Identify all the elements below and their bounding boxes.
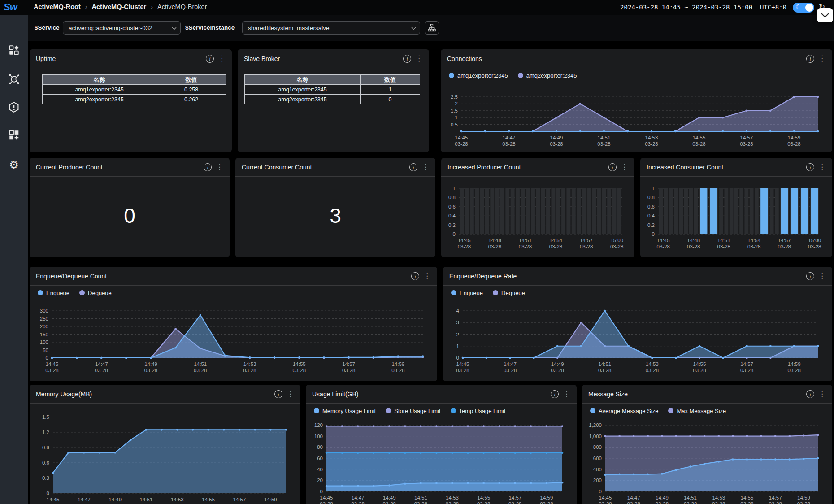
- svg-text:14:5303-28: 14:5303-28: [446, 495, 459, 504]
- svg-text:14:5403-28: 14:5403-28: [747, 238, 761, 249]
- svg-text:200: 200: [593, 478, 602, 483]
- svg-text:400: 400: [593, 467, 602, 472]
- kebab-menu-icon[interactable]: ⋮: [818, 389, 826, 399]
- info-icon[interactable]: i: [608, 163, 617, 171]
- kebab-menu-icon[interactable]: ⋮: [216, 162, 223, 172]
- legend-dot-icon: [38, 290, 43, 295]
- kebab-menu-icon[interactable]: ⋮: [621, 162, 628, 172]
- legend-label: Dequeue: [88, 290, 112, 296]
- table-cell: 0: [361, 95, 420, 104]
- svg-text:300: 300: [40, 308, 48, 313]
- svg-text:14:4503-28: 14:4503-28: [45, 361, 58, 373]
- breadcrumb-item[interactable]: ActiveMQ-Root: [34, 3, 81, 10]
- panel-increased-consumer-count: Increased Consumer Count i⋮ 10.80.60.40.…: [640, 158, 832, 257]
- kebab-menu-icon[interactable]: ⋮: [218, 54, 226, 63]
- kebab-menu-icon[interactable]: ⋮: [563, 389, 570, 399]
- breadcrumb: ActiveMQ-Root›ActiveMQ-Cluster›ActiveMQ-…: [34, 3, 207, 10]
- info-icon[interactable]: i: [409, 163, 417, 171]
- service-label: $Service: [35, 24, 60, 31]
- info-icon[interactable]: i: [806, 163, 814, 171]
- legend-item[interactable]: amq2exporter:2345: [518, 72, 577, 79]
- info-icon[interactable]: i: [411, 272, 419, 280]
- legend-item[interactable]: Memory Usage Limit: [314, 408, 376, 414]
- legend-item[interactable]: Enqueue: [38, 290, 70, 296]
- svg-text:14:5103-28: 14:5103-28: [598, 361, 611, 373]
- svg-text:14:5503-28: 14:5503-28: [202, 497, 215, 504]
- sidebar-item-settings[interactable]: ⚙: [7, 158, 21, 172]
- svg-text:2.5: 2.5: [451, 94, 458, 100]
- info-icon[interactable]: i: [806, 272, 814, 280]
- kebab-menu-icon[interactable]: ⋮: [818, 271, 826, 281]
- topology-view-button[interactable]: [425, 21, 439, 35]
- panel-title: Memory Usage(MB): [36, 391, 274, 398]
- info-icon[interactable]: i: [551, 390, 559, 398]
- breadcrumb-item[interactable]: ActiveMQ-Cluster: [92, 3, 147, 10]
- svg-text:14:5703-28: 14:5703-28: [233, 497, 246, 504]
- legend-item[interactable]: Average Message Size: [590, 408, 658, 414]
- svg-text:600: 600: [593, 456, 602, 461]
- chart-legend: EnqueueDequeue: [443, 286, 832, 296]
- info-icon[interactable]: i: [204, 163, 212, 171]
- svg-text:14:5103-28: 14:5103-28: [414, 495, 427, 504]
- legend-item[interactable]: Dequeue: [493, 290, 525, 296]
- uptime-table: 名称数值amq1exporter:23450.258amq2exporter:2…: [42, 74, 226, 104]
- svg-text:200: 200: [40, 324, 48, 329]
- sidebar-item-topology[interactable]: [7, 72, 21, 86]
- time-range-display[interactable]: 2024-03-28 14:45 ~ 2024-03-28 15:00 UTC+…: [620, 4, 786, 11]
- topology-icon: [8, 73, 20, 85]
- current-producer-value: 0: [30, 204, 230, 228]
- svg-text:14:5103-28: 14:5103-28: [597, 135, 610, 147]
- svg-text:14:5703-28: 14:5703-28: [769, 495, 782, 504]
- kebab-menu-icon[interactable]: ⋮: [818, 54, 826, 63]
- legend-item[interactable]: Dequeue: [79, 290, 112, 296]
- svg-text:14:5903-28: 14:5903-28: [391, 361, 404, 373]
- kebab-menu-icon[interactable]: ⋮: [415, 54, 423, 63]
- svg-text:14:5903-28: 14:5903-28: [264, 497, 277, 504]
- svg-text:14:5303-28: 14:5303-28: [171, 497, 184, 504]
- table-row: amq2exporter:23450.262: [43, 95, 226, 104]
- kebab-menu-icon[interactable]: ⋮: [421, 162, 429, 172]
- kebab-menu-icon[interactable]: ⋮: [423, 271, 431, 281]
- svg-text:14:4503-28: 14:4503-28: [455, 135, 468, 147]
- legend-dot-icon: [668, 408, 673, 413]
- info-icon[interactable]: i: [206, 55, 214, 63]
- info-icon[interactable]: i: [274, 390, 282, 398]
- legend-item[interactable]: Enqueue: [451, 290, 483, 296]
- legend-label: Store Usage Limit: [394, 408, 440, 414]
- service-instance-select[interactable]: sharedfilesystem_mastersalve: [242, 21, 420, 35]
- svg-text:14:5703-28: 14:5703-28: [342, 361, 355, 373]
- legend-dot-icon: [314, 408, 319, 413]
- enqueue-dequeue-count-chart-canvas: 05010015020025030014:4503-2814:4703-2814…: [30, 296, 430, 381]
- svg-text:1: 1: [455, 115, 458, 120]
- service-select[interactable]: activemq::activemq-cluster-032: [63, 21, 181, 35]
- sidebar-item-alerting[interactable]: [7, 100, 21, 114]
- collapse-header-button[interactable]: [817, 8, 833, 22]
- svg-text:14:4503-28: 14:4503-28: [458, 238, 471, 249]
- dark-mode-toggle[interactable]: ☾: [793, 3, 814, 13]
- info-icon[interactable]: i: [806, 55, 814, 63]
- kebab-menu-icon[interactable]: ⋮: [287, 389, 294, 399]
- svg-text:14:5303-28: 14:5303-28: [712, 495, 725, 504]
- legend-label: Memory Usage Limit: [322, 408, 376, 414]
- legend-dot-icon: [79, 290, 85, 295]
- info-icon[interactable]: i: [403, 55, 411, 63]
- legend-item[interactable]: Store Usage Limit: [386, 408, 440, 414]
- kebab-menu-icon[interactable]: ⋮: [818, 162, 826, 172]
- table-cell: amq1exporter:2345: [43, 85, 156, 95]
- svg-text:14:5503-28: 14:5503-28: [740, 495, 753, 504]
- sidebar-item-dashboards[interactable]: [7, 43, 21, 57]
- svg-text:0: 0: [456, 355, 459, 361]
- svg-text:15:0003-28: 15:0003-28: [610, 238, 623, 249]
- legend-item[interactable]: Temp Usage Limit: [451, 408, 506, 414]
- legend-label: amq1exporter:2345: [457, 72, 508, 79]
- panel-slave-broker: Slave Broker i⋮ 名称数值amq1exporter:23451am…: [238, 49, 429, 152]
- info-icon[interactable]: i: [806, 390, 814, 398]
- breadcrumb-item[interactable]: ActiveMQ-Broker: [157, 3, 207, 10]
- svg-text:0.2: 0.2: [647, 222, 655, 228]
- sidebar-item-new-dashboard[interactable]: [7, 128, 21, 142]
- legend-item[interactable]: Max Message Size: [668, 408, 726, 414]
- skywalking-logo[interactable]: Sw: [4, 1, 17, 13]
- panel-title: Slave Broker: [244, 55, 403, 62]
- chevron-down-icon: [172, 27, 177, 30]
- legend-item[interactable]: amq1exporter:2345: [449, 72, 508, 79]
